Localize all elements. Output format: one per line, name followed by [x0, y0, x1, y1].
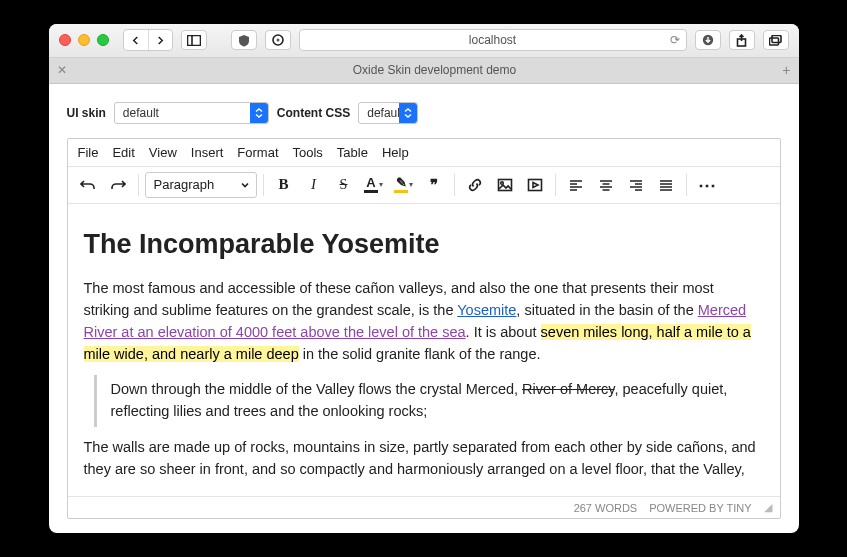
toolbar-separator	[263, 174, 264, 196]
svg-rect-6	[772, 35, 781, 42]
chevron-down-icon: ▾	[379, 180, 383, 189]
new-tab-button[interactable]: +	[782, 62, 790, 78]
browser-window: localhost ⟳ ✕ Oxide Skin development dem…	[49, 24, 799, 534]
status-bar: 267 WORDS POWERED BY TINY ◢	[68, 496, 780, 518]
menu-insert[interactable]: Insert	[191, 145, 224, 160]
document-title: The Incomparable Yosemite	[84, 224, 764, 265]
bold-button[interactable]: B	[270, 171, 298, 199]
blockquote: Down through the middle of the Valley fl…	[94, 375, 764, 427]
minimize-window-button[interactable]	[78, 34, 90, 46]
tab-title[interactable]: Oxide Skin development demo	[79, 63, 791, 77]
toolbar-separator	[686, 174, 687, 196]
struck-text: River of Mercy	[522, 381, 614, 397]
editor-content[interactable]: The Incomparable Yosemite The most famou…	[68, 204, 780, 497]
svg-rect-0	[187, 35, 200, 45]
redo-button[interactable]	[104, 171, 132, 199]
titlebar: localhost ⟳	[49, 24, 799, 58]
paragraph-1: The most famous and accessible of these …	[84, 278, 764, 365]
contentcss-label: Content CSS	[277, 106, 350, 120]
privacy-icon[interactable]	[231, 30, 257, 50]
svg-point-3	[276, 39, 279, 42]
contentcss-select[interactable]: default	[358, 102, 418, 124]
sidebar-toggle-button[interactable]	[181, 30, 207, 50]
link-yosemite[interactable]: Yosemite	[457, 302, 516, 318]
select-arrow-icon	[399, 103, 417, 123]
menu-view[interactable]: View	[149, 145, 177, 160]
toolbar-separator	[555, 174, 556, 196]
media-button[interactable]	[521, 171, 549, 199]
menu-tools[interactable]: Tools	[293, 145, 323, 160]
menubar: File Edit View Insert Format Tools Table…	[68, 139, 780, 167]
menu-table[interactable]: Table	[337, 145, 368, 160]
align-justify-button[interactable]	[652, 171, 680, 199]
more-button[interactable]: ⋯	[693, 171, 721, 199]
strikethrough-button[interactable]: S	[330, 171, 358, 199]
resize-handle[interactable]: ◢	[764, 501, 772, 514]
chevron-down-icon: ▾	[409, 180, 413, 189]
word-count[interactable]: 267 WORDS	[574, 502, 638, 514]
demo-controls: UI skin default Content CSS default	[67, 102, 781, 124]
menu-file[interactable]: File	[78, 145, 99, 160]
toolbar-separator	[454, 174, 455, 196]
editor: File Edit View Insert Format Tools Table…	[67, 138, 781, 520]
close-window-button[interactable]	[59, 34, 71, 46]
menu-edit[interactable]: Edit	[112, 145, 134, 160]
select-arrow-icon	[250, 103, 268, 123]
tab-close-button[interactable]: ✕	[57, 63, 67, 77]
menu-help[interactable]: Help	[382, 145, 409, 160]
svg-rect-8	[498, 179, 511, 190]
italic-button[interactable]: I	[300, 171, 328, 199]
block-format-select[interactable]: Paragraph	[145, 172, 257, 198]
undo-button[interactable]	[74, 171, 102, 199]
svg-rect-7	[770, 38, 779, 45]
blockquote-button[interactable]: ❞	[420, 171, 448, 199]
reader-icon[interactable]	[265, 30, 291, 50]
toolbar: Paragraph B I S A ▾ ✎ ▾ ❞	[68, 167, 780, 204]
link-button[interactable]	[461, 171, 489, 199]
svg-point-9	[500, 181, 503, 184]
back-button[interactable]	[124, 30, 148, 50]
tab-bar: ✕ Oxide Skin development demo +	[49, 58, 799, 84]
tabs-button[interactable]	[763, 30, 789, 50]
forward-button[interactable]	[148, 30, 172, 50]
toolbar-separator	[138, 174, 139, 196]
page-body: UI skin default Content CSS default File…	[49, 84, 799, 534]
window-controls	[59, 34, 109, 46]
contentcss-value: default	[367, 106, 403, 120]
block-format-value: Paragraph	[154, 177, 215, 192]
address-bar[interactable]: localhost ⟳	[299, 29, 687, 51]
downloads-button[interactable]	[695, 30, 721, 50]
uiskin-select[interactable]: default	[114, 102, 269, 124]
align-right-button[interactable]	[622, 171, 650, 199]
align-center-button[interactable]	[592, 171, 620, 199]
menu-format[interactable]: Format	[237, 145, 278, 160]
uiskin-value: default	[123, 106, 159, 120]
url-text: localhost	[469, 33, 516, 47]
image-button[interactable]	[491, 171, 519, 199]
maximize-window-button[interactable]	[97, 34, 109, 46]
chevron-down-icon	[240, 180, 250, 190]
nav-back-forward	[123, 29, 173, 51]
uiskin-label: UI skin	[67, 106, 106, 120]
branding[interactable]: POWERED BY TINY	[649, 502, 751, 514]
paragraph-2: The walls are made up of rocks, mountain…	[84, 437, 764, 481]
reload-button[interactable]: ⟳	[670, 33, 680, 47]
align-left-button[interactable]	[562, 171, 590, 199]
text-color-button[interactable]: A ▾	[360, 171, 388, 199]
highlight-color-button[interactable]: ✎ ▾	[390, 171, 418, 199]
share-button[interactable]	[729, 30, 755, 50]
